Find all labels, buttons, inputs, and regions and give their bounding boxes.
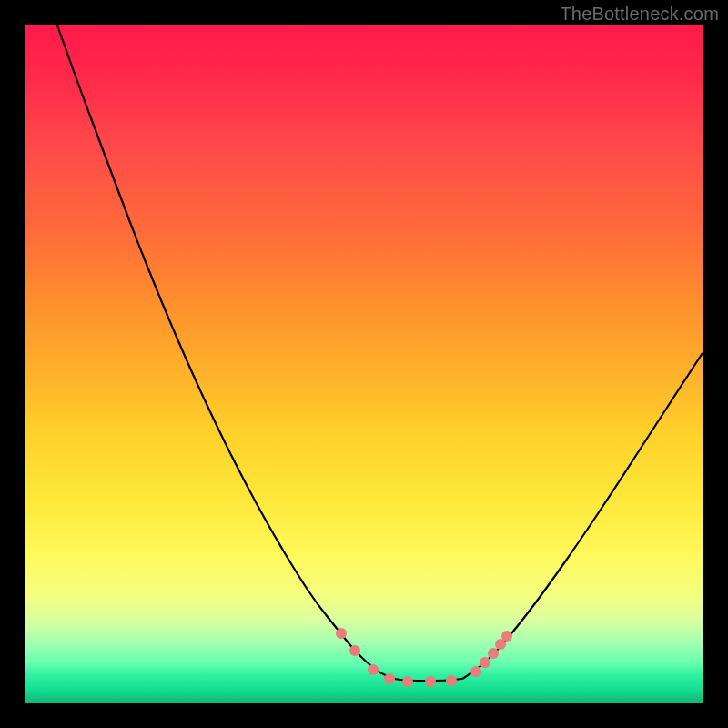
data-dot xyxy=(446,675,457,686)
data-dot xyxy=(336,628,347,639)
left-curve xyxy=(57,25,394,679)
data-dot xyxy=(384,673,395,684)
chart-frame: TheBottleneck.com xyxy=(0,0,728,728)
data-dot xyxy=(470,666,481,677)
watermark-text: TheBottleneck.com xyxy=(560,4,719,25)
chart-svg xyxy=(25,25,703,703)
data-dot xyxy=(425,676,436,687)
data-dot xyxy=(488,648,499,659)
data-dot xyxy=(402,676,413,687)
data-dot xyxy=(349,645,360,656)
curve-group xyxy=(57,25,703,681)
right-curve xyxy=(462,353,703,679)
data-dot xyxy=(480,657,490,668)
data-dot xyxy=(501,631,512,642)
data-dot xyxy=(368,664,379,675)
